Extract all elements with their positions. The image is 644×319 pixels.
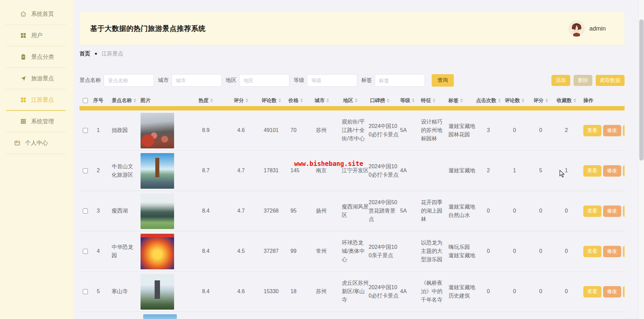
edit-button[interactable]: 修改 [603,206,621,217]
sidebar-item-categories[interactable]: 景点分类 [6,46,66,68]
column-header-city[interactable]: 城市 [313,97,342,104]
price-cell: 70 [287,126,313,135]
name-cell: 寒山寺 [107,287,138,296]
view-button[interactable]: 查看 [583,206,601,217]
column-header-name[interactable]: 景点名称 [107,97,138,104]
name-filter-input[interactable] [104,74,154,87]
city-filter-input[interactable] [171,74,222,87]
clicks-cell: 0 [475,207,501,215]
delete-button[interactable]: 删除 [574,75,592,86]
column-header-clicks[interactable]: 点击次数 [475,97,501,104]
sort-carets-icon[interactable] [574,98,576,102]
search-button[interactable]: 查询 [432,74,454,87]
feature-cell: 设计精巧的苏州地标园林 [416,118,446,143]
attraction-photo[interactable] [141,274,174,310]
sort-carets-icon[interactable] [300,98,303,102]
filter-bar: 景点名称 城市 地区 等级 标签 查询 添加 删除 [79,74,625,87]
clipped-action-button[interactable]: 查看 [623,286,625,298]
vertical-scrollbar[interactable] [638,0,644,319]
clipped-action-button[interactable]: 查看 [623,165,625,177]
table-header: 序号 景点名称 图片 热度 评分 评论数 价格 城市 地区 口碑榜 等级 特征 … [79,95,625,106]
user-box[interactable]: admin [569,20,606,37]
sidebar-item-home[interactable]: 系统首页 [6,3,66,25]
column-header-comments[interactable]: 评论数 [501,97,528,104]
heat-cell: 8.4 [185,247,227,256]
edit-button[interactable]: 修改 [603,165,621,177]
select-all-checkbox[interactable] [83,98,88,103]
price-cell: 95 [287,207,313,215]
attraction-photo[interactable] [141,113,174,148]
breadcrumb-home[interactable]: 首页 [79,50,90,57]
scrollbar-thumb[interactable] [639,19,644,161]
level-filter-input[interactable] [307,74,357,87]
column-header-rank[interactable]: 口碑榜 [369,97,399,104]
grid-icon [20,97,26,103]
sidebar-item-attractions[interactable]: 旅游景点 [6,68,66,89]
sort-carets-icon[interactable] [460,98,463,102]
clicks-cell: 2 [475,167,501,175]
row-checkbox[interactable] [83,209,88,214]
sort-carets-icon[interactable] [278,98,281,102]
crawl-data-button[interactable]: 爬取数据 [596,75,625,86]
view-button[interactable]: 查看 [583,246,601,257]
district-filter-input[interactable] [239,74,289,87]
tags-cell: 遛娃宝藏地 园林花园 [446,122,475,139]
column-header-rating[interactable]: 评分 [528,97,554,104]
sidebar-item-label: 系统管理 [31,118,54,125]
filter-label-level: 等级 [293,77,304,84]
column-header-tags[interactable]: 标签 [446,97,475,104]
column-header-district[interactable]: 地区 [342,97,369,104]
column-header-score[interactable]: 评分 [227,97,255,104]
view-button[interactable]: 查看 [583,286,601,298]
sort-carets-icon[interactable] [246,98,248,102]
grid-icon [20,32,26,39]
row-checkbox[interactable] [83,168,88,173]
sort-carets-icon[interactable] [133,98,136,102]
clipped-action-button[interactable]: 查看 [623,125,625,136]
main-content: 基于大数据的热门旅游景点推荐系统 admin [74,0,644,319]
heat-cell: 8.4 [185,207,227,215]
sort-carets-icon[interactable] [412,98,415,102]
city-cell: 苏州 [313,287,342,296]
clipboard-icon [20,54,26,60]
clipped-action-button[interactable]: 查看 [623,206,625,217]
favorites-cell: 0 [554,207,579,215]
view-button[interactable]: 查看 [583,165,601,177]
column-header-reviews[interactable]: 评论数 [255,97,287,104]
sidebar-item-jiangsu[interactable]: 江苏景点 [6,89,66,111]
sidebar-item-profile[interactable]: 个人中心 [6,132,66,154]
sort-carets-icon[interactable] [433,98,435,102]
sort-carets-icon[interactable] [387,98,389,102]
column-header-price[interactable]: 价格 [287,97,313,104]
row-checkbox[interactable] [83,289,88,294]
sort-carets-icon[interactable] [210,98,213,102]
edit-button[interactable]: 修改 [603,286,621,298]
tags-filter-input[interactable] [375,74,425,87]
sidebar-item-users[interactable]: 用户 [6,25,66,46]
sort-carets-icon[interactable] [498,98,501,102]
district-cell: 虎丘区苏州新区/寒山寺 [342,279,369,304]
sidebar-item-system[interactable]: 系统管理 [6,111,66,132]
sort-carets-icon[interactable] [522,98,524,102]
add-button[interactable]: 添加 [551,75,570,86]
view-button[interactable]: 查看 [583,125,601,136]
comments-cell: 0 [501,287,528,296]
edit-button[interactable]: 修改 [603,246,621,257]
column-header-seq: 序号 [90,97,107,104]
attraction-photo[interactable] [141,193,174,229]
row-checkbox[interactable] [83,128,88,133]
column-header-heat[interactable]: 热度 [185,97,227,104]
clicks-cell: 0 [475,247,501,256]
column-header-favorites[interactable]: 收藏数 [554,97,579,104]
sort-carets-icon[interactable] [545,98,548,102]
attraction-photo[interactable] [141,153,174,189]
sort-carets-icon[interactable] [355,98,358,102]
sort-carets-icon[interactable] [326,98,329,102]
clipped-action-button[interactable]: 查看 [623,246,625,257]
attraction-photo[interactable] [141,234,174,269]
edit-button[interactable]: 修改 [603,125,621,136]
row-checkbox[interactable] [83,249,88,254]
column-header-feature[interactable]: 特征 [416,97,446,104]
column-header-level[interactable]: 等级 [399,97,416,104]
breadcrumb: 首页 江苏景点 [79,50,625,58]
